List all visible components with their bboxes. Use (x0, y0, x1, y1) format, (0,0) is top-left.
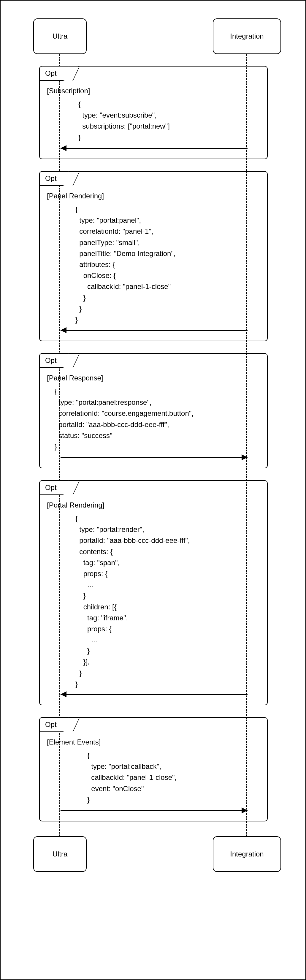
message-arrow (60, 457, 247, 458)
message-payload: { type: "event:subscribe", subscriptions… (78, 99, 170, 143)
opt-label: Opt (39, 480, 72, 495)
opt-label-text: Opt (45, 174, 57, 183)
arrow-head-icon (242, 454, 247, 460)
opt-fragment: Opt[Panel Response]{ type: "portal:panel… (39, 353, 268, 468)
arrow-head-icon (60, 691, 67, 697)
opt-fragment: Opt[Element Events]{ type: "portal:callb… (39, 717, 268, 821)
opt-label-text: Opt (45, 721, 57, 729)
participant-label: Integration (230, 850, 263, 858)
sequence-diagram: Ultra Integration Opt[Subscription]{ typ… (0, 0, 306, 980)
participant-ultra-top: Ultra (33, 18, 87, 54)
message-payload: { type: "portal:callback", callbackId: "… (87, 750, 177, 805)
participant-ultra-bottom: Ultra (33, 836, 87, 872)
opt-label: Opt (39, 353, 72, 368)
opt-fragment: Opt[Portal Rendering]{ type: "portal:ren… (39, 480, 268, 705)
participant-integration-bottom: Integration (213, 836, 281, 872)
participant-label: Ultra (52, 32, 68, 40)
opt-label-text: Opt (45, 484, 57, 492)
opt-fragment: Opt[Panel Rendering]{ type: "portal:pane… (39, 171, 268, 341)
opt-condition: [Portal Rendering] (47, 501, 104, 509)
message-arrow (60, 148, 247, 149)
opt-condition: [Subscription] (47, 87, 90, 95)
opt-label: Opt (39, 66, 72, 81)
message-payload: { type: "portal:render", portalId: "aaa-… (75, 513, 190, 690)
opt-label-text: Opt (45, 356, 57, 365)
opt-label-text: Opt (45, 69, 57, 78)
opt-condition: [Element Events] (47, 738, 101, 746)
opt-condition: [Panel Response] (47, 374, 103, 382)
participant-integration-top: Integration (213, 18, 281, 54)
message-arrow (60, 694, 247, 695)
arrow-head-icon (242, 807, 247, 813)
message-payload: { type: "portal:panel:response", correla… (55, 386, 193, 452)
participant-label: Integration (230, 32, 263, 40)
arrow-head-icon (60, 327, 67, 333)
opt-condition: [Panel Rendering] (47, 192, 104, 200)
message-arrow (60, 330, 247, 331)
message-payload: { type: "portal:panel", correlationId: "… (75, 204, 176, 325)
opt-label: Opt (39, 717, 72, 732)
arrow-head-icon (60, 145, 67, 151)
opt-fragment: Opt[Subscription]{ type: "event:subscrib… (39, 66, 268, 159)
message-arrow (60, 810, 247, 811)
participant-label: Ultra (52, 850, 68, 858)
opt-label: Opt (39, 171, 72, 186)
